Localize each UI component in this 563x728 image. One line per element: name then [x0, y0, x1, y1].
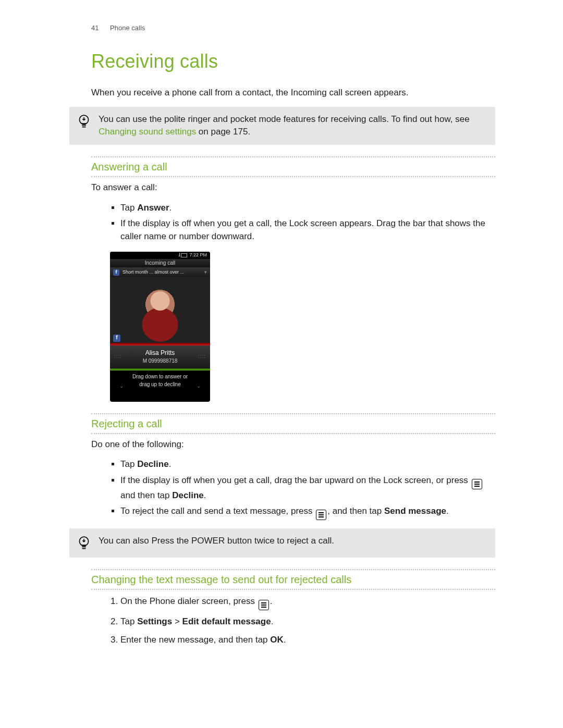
- send-message-bold: Send message: [384, 506, 446, 516]
- text: If the display is off when you get a cal…: [120, 475, 471, 485]
- text: .: [169, 203, 172, 213]
- text: To reject the call and send a text messa…: [120, 506, 315, 516]
- hint-line: drag up to decline: [132, 381, 188, 389]
- text: .: [284, 635, 286, 645]
- changing-msg-heading: Changing the text message to send out fo…: [91, 572, 495, 587]
- answering-heading: Answering a call: [91, 159, 495, 175]
- intro-text: When you receive a phone call from a con…: [91, 87, 495, 100]
- signal-icon: ..ıl: [178, 252, 179, 258]
- decline-bold: Decline: [137, 459, 168, 469]
- incoming-bar: Incoming call: [110, 259, 210, 268]
- text: .: [446, 506, 449, 516]
- menu-icon: [472, 479, 482, 489]
- tip1-post: on page 175.: [196, 127, 250, 137]
- menu-icon: [259, 600, 269, 610]
- chevron-down-icon: ▾: [204, 269, 207, 276]
- edit-default-bold: Edit default message: [182, 616, 271, 626]
- ok-bold: OK: [270, 635, 284, 645]
- lightbulb-icon: [77, 114, 91, 130]
- changing-sound-settings-link[interactable]: Changing sound settings: [99, 127, 196, 137]
- drag-hint: Drag down to answer or drag up to declin…: [110, 368, 210, 393]
- text: .: [271, 616, 274, 626]
- text: On the Phone dialer screen, press: [120, 596, 258, 606]
- list-item: If the display is off when you get a cal…: [120, 474, 495, 502]
- hint-line: Drag down to answer or: [132, 373, 188, 381]
- page-title: Receiving calls: [91, 48, 495, 75]
- reject-lead: Do one of the following:: [91, 438, 495, 451]
- text: Tap: [120, 203, 137, 213]
- reject-list: Tap Decline. If the display is off when …: [91, 458, 495, 520]
- text: , and then tap: [327, 506, 384, 516]
- manual-page: 41 Phone calls Receiving calls When you …: [0, 0, 563, 728]
- list-item: On the Phone dialer screen, press .: [120, 595, 495, 610]
- rejecting-heading: Rejecting a call: [91, 416, 495, 431]
- text: Tap: [120, 616, 137, 626]
- list-item: To reject the call and send a text messa…: [120, 505, 495, 520]
- list-item: If the display is off when you get a cal…: [120, 217, 495, 243]
- status-time: 7:22 PM: [189, 252, 207, 258]
- menu-icon: [316, 510, 326, 520]
- running-header: 41 Phone calls: [91, 23, 495, 33]
- caller-bar: :::::::: Alisa Pritts M 0999988718: [110, 345, 210, 368]
- incoming-call-screenshot: ..ıl 7:22 PM Incoming call f Short month…: [110, 252, 210, 402]
- section-name: Phone calls: [110, 24, 145, 32]
- chevron-down-icon: ⌄: [197, 382, 201, 390]
- facebook-icon: f: [113, 335, 120, 342]
- answer-list: Tap Answer. If the display is off when y…: [91, 202, 495, 243]
- text: .: [270, 596, 273, 606]
- tip1-pre: You can use the polite ringer and pocket…: [99, 114, 470, 124]
- fb-status-text: Short month ... almost over ...: [123, 269, 184, 276]
- list-item: Tap Answer.: [120, 202, 495, 215]
- change-msg-steps: On the Phone dialer screen, press . Tap …: [91, 595, 495, 646]
- decline-bold: Decline: [172, 490, 203, 500]
- fb-status-row: f Short month ... almost over ... ▾: [110, 268, 210, 277]
- text: >: [172, 616, 182, 626]
- text: and then tap: [120, 490, 172, 500]
- caller-photo: f: [110, 277, 210, 345]
- lightbulb-icon: [77, 536, 91, 551]
- battery-icon: [181, 253, 187, 257]
- list-item: Tap Decline.: [120, 458, 495, 471]
- tip-text: You can also Press the POWER button twic…: [99, 535, 486, 548]
- text: Enter the new message, and then tap: [120, 635, 270, 645]
- chevron-down-icon: ⌄: [119, 382, 124, 390]
- answer-lead: To answer a call:: [91, 181, 495, 194]
- tip-text: You can use the polite ringer and pocket…: [99, 113, 486, 139]
- text: .: [204, 490, 206, 500]
- list-item: Enter the new message, and then tap OK.: [120, 634, 495, 647]
- facebook-icon: f: [113, 269, 119, 276]
- page-number: 41: [91, 24, 99, 32]
- caller-number: M 0999988718: [143, 357, 178, 365]
- text: Tap: [120, 459, 137, 469]
- list-item: Tap Settings > Edit default message.: [120, 615, 495, 628]
- tip-box: You can also Press the POWER button twic…: [69, 528, 495, 558]
- text: .: [169, 459, 172, 469]
- answer-bold: Answer: [137, 203, 169, 213]
- tip-box: You can use the polite ringer and pocket…: [69, 107, 495, 145]
- caller-name: Alisa Pritts: [145, 349, 175, 357]
- settings-bold: Settings: [137, 616, 172, 626]
